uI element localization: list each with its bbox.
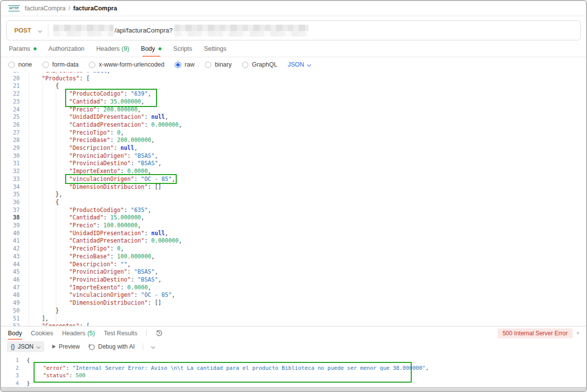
braces-icon: {} — [11, 343, 15, 350]
tab-scripts[interactable]: Scripts — [173, 40, 192, 57]
chevron-down-icon[interactable] — [151, 345, 155, 349]
line-content: "Productos": [ — [20, 75, 90, 83]
line-number: 25 — [1, 113, 20, 121]
preview-button[interactable]: Preview — [52, 343, 80, 350]
request-body-editor[interactable]: 19 "CAEFechaVto": null,20 "Productos": [… — [1, 72, 586, 326]
code-line-43[interactable]: 43 "PrecioBase": 100.000000, — [1, 253, 586, 261]
code-line-38[interactable]: 38 "Cantidad": 15.000000, — [1, 214, 586, 222]
line-content: } — [19, 380, 30, 388]
code-line-50[interactable]: 50 } — [1, 307, 586, 315]
response-body-viewer[interactable]: 1{2 "error": "Internal Server Error: Avi… — [1, 354, 586, 387]
line-content: "Descripcion": "", — [20, 261, 131, 269]
code-line-2[interactable]: 2 "error": "Internal Server Error: Aviso… — [1, 364, 586, 372]
code-line-47[interactable]: 47 "ImporteExento": 0.0000, — [1, 284, 586, 292]
tab-settings[interactable]: Settings — [204, 40, 226, 57]
code-line-39[interactable]: 39 "Precio": 100.000000, — [1, 222, 586, 230]
chevron-down-icon[interactable] — [38, 29, 42, 33]
preview-label: Preview — [59, 343, 80, 350]
code-line-46[interactable]: 46 "ProvinciaDestino": "BSAS", — [1, 276, 586, 284]
line-content: "vinculacionOrigen": "OC - 85", — [20, 291, 175, 299]
code-line-42[interactable]: 42 "PrecioTipo": 0, — [1, 245, 586, 253]
bodytype-binary[interactable]: binary — [205, 61, 232, 68]
tab-headers[interactable]: Headers(5) — [62, 326, 95, 340]
code-line-30[interactable]: 30 "ProvinciaOrigen": "BSAS", — [1, 152, 586, 160]
line-content: "Cantidad": 15.000000, — [20, 214, 144, 222]
horizontal-scrollbar[interactable] — [1, 387, 586, 391]
code-line-29[interactable]: 29 "Descripcion": null, — [1, 144, 586, 152]
code-line-32[interactable]: 32 "ImporteExento": 0.0000, — [1, 168, 586, 176]
method-selector[interactable]: POST — [7, 27, 38, 34]
line-content: "ProductoCodigo": "639", — [20, 90, 151, 98]
chevron-down-icon — [307, 63, 311, 67]
line-content: "ProvinciaDestino": "BSAS", — [20, 160, 161, 168]
code-line-51[interactable]: 51 ], — [1, 315, 586, 323]
bodytype-raw[interactable]: raw — [175, 61, 195, 68]
code-line-44[interactable]: 44 "Descripcion": "", — [1, 261, 586, 269]
line-number: 35 — [1, 191, 20, 199]
code-line-52[interactable]: 52 "Conceptos": [ — [1, 322, 586, 326]
tab-test-results[interactable]: Test Results — [104, 326, 137, 340]
code-line-31[interactable]: 31 "ProvinciaDestino": "BSAS", — [1, 160, 586, 168]
code-line-28[interactable]: 28 "PrecioBase": 200.000000, — [1, 137, 586, 144]
tab-headers[interactable]: Headers(9) — [96, 40, 129, 57]
line-number: 28 — [1, 137, 20, 144]
code-line-4[interactable]: 4} — [1, 380, 586, 388]
code-line-3[interactable]: 3 "status": 500 — [1, 372, 586, 380]
url-input[interactable]: /api/facturaCompra? — [115, 27, 173, 34]
line-number: 29 — [1, 144, 20, 152]
code-line-22[interactable]: 22 "ProductoCodigo": "639", — [1, 90, 586, 98]
line-number: 34 — [1, 183, 20, 191]
code-line-34[interactable]: 34 "DimensionDistribucion": [] — [1, 183, 586, 191]
code-line-37[interactable]: 37 "ProductoCodigo": "635", — [1, 207, 586, 214]
tab-cookies[interactable]: Cookies — [31, 326, 53, 340]
breadcrumb-collection[interactable]: facturaCompra — [25, 5, 66, 12]
code-line-41[interactable]: 41 "CantidadPresentacion": 0.000000, — [1, 237, 586, 245]
code-line-20[interactable]: 20 "Productos": [ — [1, 75, 586, 83]
line-content: "ProvinciaDestino": "BSAS", — [20, 276, 161, 284]
code-line-23[interactable]: 23 "Cantidad": 35.000000, — [1, 98, 586, 106]
line-content: { — [20, 199, 59, 207]
code-line-25[interactable]: 25 "UnidadIDPresentacion": null, — [1, 113, 586, 121]
line-content: "Conceptos": [ — [20, 322, 90, 326]
tab-authorization[interactable]: Authorization — [48, 40, 84, 57]
code-line-27[interactable]: 27 "PrecioTipo": 0, — [1, 129, 586, 137]
code-line-24[interactable]: 24 "Precio": 200.000000, — [1, 106, 586, 114]
line-number: 40 — [1, 230, 20, 238]
response-format-dropdown[interactable]: {} JSON — [7, 341, 44, 352]
code-line-35[interactable]: 35 }, — [1, 191, 586, 199]
bodytype-none[interactable]: none — [8, 61, 32, 68]
line-content: "error": "Internal Server Error: Aviso \… — [19, 364, 429, 372]
code-line-49[interactable]: 49 "DimensionDistribucion": [] — [1, 299, 586, 307]
code-line-21[interactable]: 21 { — [1, 82, 586, 90]
breadcrumb-request-name[interactable]: facturaCompra — [73, 5, 117, 12]
code-line-1[interactable]: 1{ — [1, 356, 586, 364]
history-icon[interactable] — [156, 329, 163, 337]
code-line-48[interactable]: 48 "vinculacionOrigen": "OC - 85", — [1, 291, 586, 299]
play-icon — [52, 345, 56, 349]
line-number: 21 — [1, 82, 20, 90]
language-selector[interactable]: JSON — [288, 61, 311, 68]
line-content: "status": 500 — [19, 372, 85, 380]
tab-body[interactable]: Body — [141, 40, 162, 57]
bodytype-graphql[interactable]: GraphQL — [242, 61, 277, 68]
code-line-33[interactable]: 33 "vinculacionOrigen": "OC - 85", — [1, 176, 586, 183]
breadcrumb: HTTP facturaCompra / facturaCompra — [1, 1, 586, 16]
line-number: 37 — [1, 207, 20, 214]
code-line-40[interactable]: 40 "UnidadIDPresentacion": null, — [1, 230, 586, 238]
code-line-26[interactable]: 26 "CantidadPresentacion": 0.000000, — [1, 121, 586, 129]
line-number: 32 — [1, 168, 20, 176]
line-content: "PrecioBase": 100.000000, — [20, 253, 155, 261]
debug-with-ai-button[interactable]: Debug with AI — [88, 343, 135, 351]
bodytype-form-data[interactable]: form-data — [42, 61, 79, 68]
bodytype-x-www-form-urlencoded[interactable]: x-www-form-urlencoded — [89, 61, 164, 68]
radio-icon — [8, 62, 15, 68]
line-content: "UnidadIDPresentacion": null, — [20, 113, 168, 121]
code-line-36[interactable]: 36 { — [1, 199, 586, 207]
app-window: HTTP facturaCompra / facturaCompra POST … — [0, 0, 587, 392]
line-number: 31 — [1, 160, 20, 168]
tab-body[interactable]: Body — [8, 326, 22, 340]
status-badge: 500 Internal Server Error — [498, 328, 573, 338]
code-line-45[interactable]: 45 "ProvinciaOrigen": "BSAS", — [1, 268, 586, 276]
tab-params[interactable]: Params — [9, 40, 37, 57]
scrollbar-thumb[interactable] — [577, 332, 579, 334]
